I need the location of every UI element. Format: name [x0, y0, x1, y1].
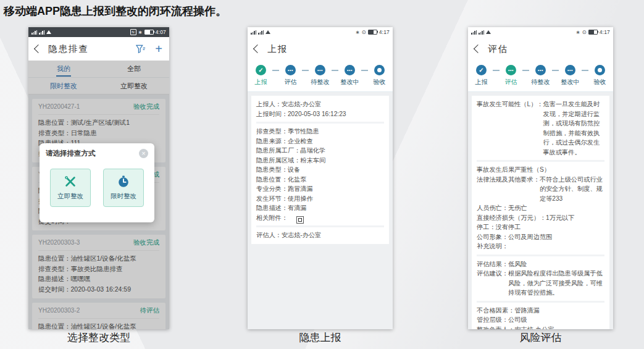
status-bar: N ∗ 4:07 [28, 27, 169, 37]
field-row: 专业分类：跑冒滴漏 [256, 184, 384, 194]
modal-title: 请选择排查方式 [46, 149, 96, 158]
step-label: 上报 [255, 78, 267, 86]
step-label: 验收 [374, 78, 386, 86]
field-label: 管控层级： [477, 315, 508, 325]
status-bar: ∗ ⊙ 4:17 [468, 27, 613, 37]
nav-title: 评估 [488, 43, 508, 55]
progress-stepper: ✓ 上报 ••• 评估 ••• 待整改 ••• [248, 61, 393, 92]
field-group: 不合格因素：管路滴漏 管控层级：公司级 整改负责人：安志炫-办公室 [477, 301, 604, 330]
wifi-icon [46, 30, 51, 34]
battery-icon [588, 30, 598, 35]
field-label: 隐患位置： [256, 175, 288, 185]
back-icon[interactable] [253, 44, 262, 53]
field-label: 隐患所属工厂： [256, 146, 300, 156]
field-label: 上报时间： [256, 109, 288, 119]
field-value: 安志炫-办公室 [282, 99, 384, 109]
option-timed-rectify[interactable]: 限时整改 [103, 169, 144, 207]
page: 移动端APP隐患上报到整改的闭环流程操作。 N ∗ 4:07 隐患排查 [0, 0, 644, 349]
field-label: 隐患所属区域： [256, 156, 300, 166]
back-icon[interactable] [34, 44, 43, 53]
bluetooth-icon: ∗ [575, 29, 580, 35]
field-value: 企业检查 [288, 137, 384, 146]
step-label: 评估 [505, 78, 517, 86]
step-label: 验收 [594, 78, 606, 86]
close-icon[interactable]: × [139, 149, 148, 158]
field-label: 补充说明： [477, 242, 508, 251]
inspection-type-modal: 请选择排查方式 × 立即整改 [40, 143, 154, 222]
field-label: 事故发生可能性（L）： [477, 99, 543, 109]
field-row attachment-row: 相关附件： [256, 213, 384, 223]
field-row: 法律法规及其他要求：不符合上级公司或行业的安全方针、制度、规定等233 [477, 175, 604, 204]
field-value: 有滴漏 [288, 203, 384, 213]
field-label: 评估人： [256, 230, 282, 240]
field-row: 隐患描述：有滴漏 [256, 203, 384, 213]
filter-icon[interactable] [136, 44, 146, 54]
field-row: 隐患来源：企业检查 [256, 137, 384, 146]
nav-bar: 上报 [248, 37, 393, 61]
field-row: 评估人：安志炫-办公室 [256, 230, 384, 240]
step-report: ✓ 上报 [249, 65, 272, 86]
nav-title: 隐患排查 [48, 43, 89, 55]
field-label: 排查类型： [256, 127, 288, 137]
signal-icon [251, 30, 256, 35]
nav-bar: 隐患排查 + [28, 37, 169, 61]
step-assess: ••• 评估 [500, 65, 522, 86]
field-row: 人员伤亡：无伤亡 [477, 203, 604, 213]
step-connector [332, 70, 338, 71]
field-group: 事故发生可能性（L）：危害一旦发生能及时发现，并定期进行监测，或现场有防范控制措… [477, 96, 604, 160]
step-connector [522, 70, 529, 71]
add-icon[interactable]: + [155, 43, 162, 54]
status-time: 4:17 [379, 29, 390, 35]
field-label: 不合格因素： [477, 306, 514, 316]
field-label: 直接经济损失（万元）： [477, 213, 546, 223]
field-value: 设备 [288, 165, 384, 175]
wifi-icon [266, 30, 270, 34]
step-assess: ••• 评估 [279, 65, 302, 86]
field-row: 评估结果：低风险 [477, 259, 604, 269]
field-label: 隐患类型： [256, 165, 288, 175]
report-screen: ✓ 上报 ••• 评估 ••• 待整改 ••• [248, 61, 393, 329]
step-connector [272, 70, 279, 71]
field-value: 2020-05-03 16:12:23 [288, 109, 384, 119]
field-value: 根据风险程度得出隐患等级属于低风险，做为广泛可接受风险，可维持现有管控措施。 [508, 269, 604, 298]
option-label: 立即整改 [57, 192, 83, 201]
field-value: 季节性隐患 [288, 127, 384, 137]
step-connector [361, 70, 368, 71]
field-label: 隐患描述： [256, 203, 288, 213]
step-connector [302, 70, 309, 71]
bluetooth-icon: ∗ [355, 29, 359, 35]
step-acceptance: 验收 [368, 65, 391, 86]
field-row: 公司形象：公司及周边范围 [477, 232, 604, 242]
option-immediate-rectify[interactable]: 立即整改 [50, 169, 91, 207]
field-value: 1万元以下 [546, 213, 604, 223]
field-row: 不合格因素：管路滴漏 [477, 306, 604, 316]
page-title: 移动端APP隐患上报到整改的闭环流程操作。 [4, 4, 227, 19]
field-row: 补充说明： [477, 242, 604, 251]
caption-select-rectify-type: 选择整改类型 [28, 330, 169, 345]
qr-code-image [296, 216, 304, 224]
step-acceptance: 验收 [588, 65, 611, 86]
field-row: 隐患所属工厂：晶瑞化学 [256, 146, 384, 156]
step-dots-icon: ••• [506, 65, 516, 75]
field-label: 评估建议： [477, 269, 508, 279]
caption-hazard-report: 隐患上报 [248, 330, 393, 345]
step-connector [493, 70, 500, 71]
nav-bar: 评估 [468, 37, 613, 61]
status-bar: ∗ ⊙ 4:17 [248, 27, 393, 37]
field-value: 使用操作 [288, 194, 384, 204]
back-icon[interactable] [474, 44, 482, 53]
phone-hazard-list: N ∗ 4:07 隐患排查 + 我的 全部 限时整改 [28, 27, 169, 329]
status-time: 4:07 [156, 29, 166, 35]
step-dots-icon: ••• [285, 65, 296, 75]
assessment-detail-sheet: 事故发生可能性（L）：危害一旦发生能及时发现，并定期进行监测，或现场有防范控制措… [472, 96, 609, 329]
field-value: 化盐泵 [288, 175, 384, 185]
progress-stepper: ✓ 上报 ••• 评估 ••• 待整改 ••• [468, 61, 613, 92]
battery-icon [144, 30, 154, 35]
field-row: 停工：没有停工 [477, 222, 604, 232]
field-value: 公司及周边范围 [508, 232, 604, 242]
field-label: 隐患来源： [256, 137, 288, 146]
status-time: 4:17 [600, 29, 610, 35]
field-row: 上报人：安志炫-办公室 [256, 99, 384, 109]
assessment-screen: ✓ 上报 ••• 评估 ••• 待整改 ••• [468, 61, 613, 329]
field-label: 专业分类： [256, 184, 288, 194]
